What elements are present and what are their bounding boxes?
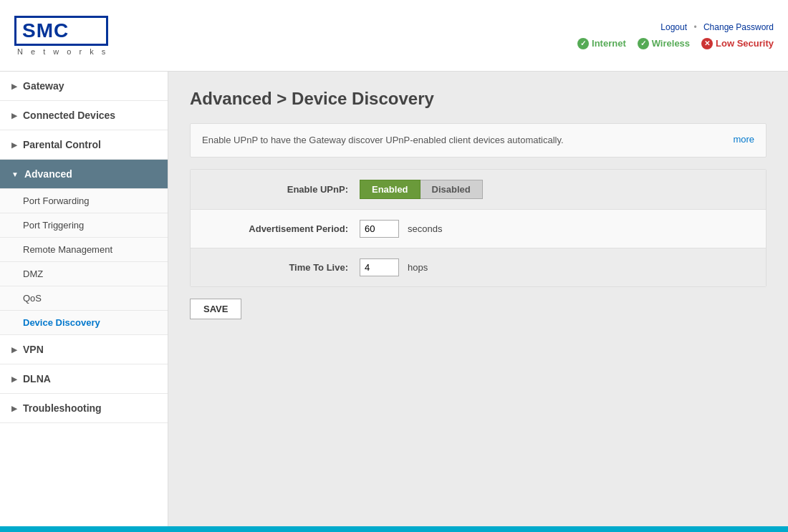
- header-separator: •: [693, 22, 696, 32]
- wireless-status: ✓ Wireless: [638, 38, 690, 49]
- advert-period-controls: seconds: [360, 220, 442, 238]
- content-area: Advanced > Device Discovery Enable UPnP …: [168, 72, 788, 526]
- logo-smc: SMC: [14, 16, 108, 46]
- description-text: Enable UPnP to have the Gateway discover…: [202, 134, 564, 147]
- security-status-icon: ✕: [701, 38, 713, 49]
- sidebar-item-dlna[interactable]: ▶ DLNA: [0, 364, 168, 394]
- ttl-label: Time To Live:: [205, 262, 348, 273]
- logo-networks: N e t w o r k s: [14, 47, 108, 56]
- internet-status: ✓ Internet: [577, 38, 626, 49]
- internet-status-icon: ✓: [577, 38, 589, 49]
- sidebar-subitem-device-discovery[interactable]: Device Discovery: [0, 311, 168, 335]
- upnp-enabled-button[interactable]: Enabled: [360, 180, 421, 199]
- sidebar-subitem-port-triggering[interactable]: Port Triggering: [0, 213, 168, 238]
- sidebar-subitem-dmz[interactable]: DMZ: [0, 262, 168, 286]
- sidebar: ▶ Gateway ▶ Connected Devices ▶ Parental…: [0, 72, 168, 526]
- more-link[interactable]: more: [733, 134, 754, 145]
- upnp-toggle-group: Enabled Disabled: [360, 180, 483, 199]
- header-right: Logout • Change Password ✓ Internet ✓ Wi…: [577, 22, 774, 49]
- ttl-unit: hops: [408, 262, 428, 273]
- sidebar-item-vpn-label: VPN: [23, 344, 44, 355]
- upnp-controls: Enabled Disabled: [360, 180, 483, 199]
- status-bar: ✓ Internet ✓ Wireless ✕ Low Security: [577, 38, 774, 49]
- sidebar-item-dlna-label: DLNA: [23, 373, 51, 385]
- header: SMC N e t w o r k s Logout • Change Pass…: [0, 0, 788, 72]
- gateway-arrow: ▶: [11, 82, 17, 90]
- upnp-disabled-button[interactable]: Disabled: [421, 180, 483, 199]
- advert-period-unit: seconds: [408, 223, 442, 234]
- main-layout: ▶ Gateway ▶ Connected Devices ▶ Parental…: [0, 72, 788, 526]
- sidebar-item-troubleshooting-label: Troubleshooting: [23, 402, 102, 414]
- sidebar-item-gateway-label: Gateway: [23, 80, 64, 92]
- ttl-input[interactable]: [360, 258, 399, 276]
- sidebar-subitem-qos[interactable]: QoS: [0, 286, 168, 311]
- wireless-status-icon: ✓: [638, 38, 649, 49]
- sidebar-item-parental-control-label: Parental Control: [23, 139, 101, 150]
- ttl-controls: hops: [360, 258, 428, 276]
- advert-period-label: Advertisement Period:: [205, 223, 348, 234]
- internet-status-label: Internet: [592, 38, 626, 49]
- sidebar-subitem-remote-management[interactable]: Remote Management: [0, 238, 168, 262]
- save-button[interactable]: SAVE: [190, 299, 241, 319]
- sidebar-item-troubleshooting[interactable]: ▶ Troubleshooting: [0, 394, 168, 423]
- sidebar-item-advanced-label: Advanced: [24, 168, 72, 180]
- upnp-label: Enable UPnP:: [205, 184, 348, 195]
- sidebar-item-gateway[interactable]: ▶ Gateway: [0, 72, 168, 101]
- advert-period-row: Advertisement Period: seconds: [191, 210, 766, 248]
- description-box: Enable UPnP to have the Gateway discover…: [190, 123, 767, 158]
- logo-area: SMC N e t w o r k s: [14, 16, 108, 56]
- dlna-arrow: ▶: [11, 375, 17, 383]
- change-password-link[interactable]: Change Password: [703, 22, 774, 32]
- bottom-bar: [0, 526, 788, 532]
- security-status: ✕ Low Security: [701, 38, 774, 49]
- wireless-status-label: Wireless: [652, 38, 690, 49]
- sidebar-item-vpn[interactable]: ▶ VPN: [0, 335, 168, 364]
- advanced-arrow: ▼: [11, 170, 19, 178]
- parental-control-arrow: ▶: [11, 141, 17, 149]
- header-links: Logout • Change Password: [577, 22, 774, 32]
- troubleshooting-arrow: ▶: [11, 405, 17, 412]
- save-area: SAVE: [190, 299, 767, 319]
- sidebar-item-connected-devices[interactable]: ▶ Connected Devices: [0, 101, 168, 130]
- vpn-arrow: ▶: [11, 346, 17, 354]
- form-area: Enable UPnP: Enabled Disabled Advertisem…: [190, 169, 767, 287]
- sidebar-subitem-port-forwarding[interactable]: Port Forwarding: [0, 189, 168, 213]
- sidebar-item-parental-control[interactable]: ▶ Parental Control: [0, 130, 168, 160]
- logout-link[interactable]: Logout: [660, 22, 687, 32]
- page-title: Advanced > Device Discovery: [190, 89, 767, 109]
- security-status-label: Low Security: [716, 38, 774, 49]
- sidebar-item-connected-devices-label: Connected Devices: [23, 110, 115, 121]
- sidebar-item-advanced[interactable]: ▼ Advanced: [0, 160, 168, 189]
- upnp-row: Enable UPnP: Enabled Disabled: [191, 170, 766, 210]
- ttl-row: Time To Live: hops: [191, 248, 766, 286]
- advert-period-input[interactable]: [360, 220, 399, 238]
- connected-devices-arrow: ▶: [11, 112, 17, 120]
